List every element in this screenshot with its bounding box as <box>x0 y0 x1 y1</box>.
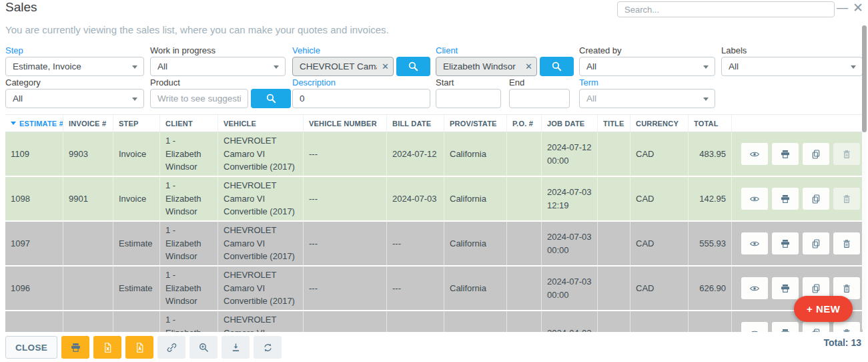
search-icon <box>551 61 562 72</box>
category-filter-select[interactable]: All <box>5 89 144 108</box>
print-button[interactable] <box>772 232 799 254</box>
client-search-button[interactable] <box>540 57 574 76</box>
header-step[interactable]: STEP <box>113 115 160 132</box>
product-filter-input[interactable] <box>150 89 248 108</box>
created-by-filter-select[interactable]: All <box>579 57 715 76</box>
duplicate-button[interactable] <box>803 143 829 165</box>
term-filter-select[interactable]: All <box>579 89 715 108</box>
header-prov-state[interactable]: PROV/STATE <box>444 115 507 132</box>
cell-title <box>598 266 630 310</box>
cell-estimate: 1096 <box>5 266 63 310</box>
end-date-input[interactable] <box>509 89 570 108</box>
delete-button[interactable] <box>833 322 860 332</box>
header-title[interactable]: TITLE <box>598 115 630 132</box>
delete-button[interactable] <box>833 143 860 165</box>
step-filter-select[interactable]: Estimate, Invoice <box>5 57 144 76</box>
cell-title <box>598 132 630 176</box>
excel-export-button[interactable] <box>93 336 121 359</box>
description-filter-input[interactable] <box>292 89 430 108</box>
start-date-input[interactable] <box>436 89 501 108</box>
header-job-date[interactable]: JOB DATE <box>542 115 598 132</box>
delete-button[interactable] <box>833 232 860 254</box>
row-actions <box>732 132 863 176</box>
labels-filter-label: Labels <box>721 45 747 55</box>
pdf-export-button[interactable] <box>125 336 153 359</box>
product-search-button[interactable] <box>251 89 291 108</box>
header-invoice[interactable]: INVOICE # <box>63 115 113 132</box>
caret-down-icon <box>274 65 279 69</box>
close-button[interactable]: CLOSE <box>5 336 57 359</box>
vehicle-search-button[interactable] <box>396 57 430 76</box>
table-row[interactable]: 1109 9903 Invoice 1 - Elizabeth Windsor … <box>5 132 863 177</box>
wip-filter-label: Work in progress <box>150 45 215 55</box>
cell-step: Invoice <box>113 132 160 176</box>
cell-client: 1 - Elizabeth Windsor <box>160 266 218 310</box>
cell-job-date: 2024-07-03 00:00 <box>542 266 598 310</box>
header-total[interactable]: TOTAL <box>689 115 732 132</box>
vehicle-clear-icon[interactable]: ✕ <box>382 61 389 71</box>
cell-currency: CAD <box>630 177 689 220</box>
header-vehicle[interactable]: VEHICLE <box>218 115 304 132</box>
print-button[interactable] <box>772 277 799 299</box>
printer-icon <box>780 194 791 204</box>
printer-icon <box>70 342 81 353</box>
delete-button[interactable] <box>833 188 860 210</box>
footer-bar: CLOSE Total: 13 <box>0 332 868 362</box>
view-button[interactable] <box>741 188 768 210</box>
step-filter-value: Estimate, Invoice <box>13 61 81 71</box>
print-list-button[interactable] <box>61 336 89 359</box>
view-button[interactable] <box>741 232 768 254</box>
cell-job-date: 2024-07-03 12:19 <box>542 177 598 220</box>
scrollbar-thumb[interactable] <box>862 25 867 132</box>
excel-file-icon <box>102 342 113 353</box>
duplicate-button[interactable] <box>803 322 829 332</box>
created-by-filter-value: All <box>586 61 596 71</box>
print-button[interactable] <box>772 143 799 165</box>
table-row[interactable]: 1096 Estimate 1 - Elizabeth Windsor CHEV… <box>5 266 863 311</box>
header-bill-date[interactable]: BILL DATE <box>387 115 444 132</box>
zoom-button[interactable] <box>189 336 218 359</box>
vehicle-filter-input[interactable] <box>292 57 394 76</box>
header-client[interactable]: CLIENT <box>160 115 218 132</box>
labels-filter-select[interactable]: All <box>721 57 863 76</box>
caret-down-icon <box>132 98 137 101</box>
table-row[interactable]: 1097 Estimate 1 - Elizabeth Windsor CHEV… <box>5 222 863 266</box>
cell-prov-state: California <box>444 266 507 310</box>
client-clear-icon[interactable]: ✕ <box>525 61 532 71</box>
header-currency[interactable]: CURRENCY <box>630 115 689 132</box>
minimize-icon[interactable]: — <box>837 1 848 15</box>
eye-icon <box>749 149 760 160</box>
link-button[interactable] <box>157 336 185 359</box>
scrollbar-track[interactable] <box>862 25 867 329</box>
header-po[interactable]: P.O. # <box>507 115 542 132</box>
cell-vehicle: CHEVROLET Camaro VI Convertible (2017) <box>218 266 304 310</box>
cell-step: Estimate <box>113 266 160 310</box>
duplicate-button[interactable] <box>803 188 829 210</box>
table-row[interactable]: 1 - Elizabeth Windsor CHEVROLET Camaro V… <box>5 311 863 332</box>
header-vehicle-number[interactable]: VEHICLE NUMBER <box>304 115 387 132</box>
table-row[interactable]: 1098 9901 Invoice 1 - Elizabeth Windsor … <box>5 177 863 222</box>
search-input[interactable] <box>617 1 835 17</box>
refresh-button[interactable] <box>254 336 282 359</box>
new-button[interactable]: + NEW <box>794 296 853 322</box>
client-filter-input[interactable] <box>436 57 537 76</box>
wip-filter-select[interactable]: All <box>150 57 286 76</box>
view-button[interactable] <box>741 143 768 165</box>
term-filter-label: Term <box>579 77 598 87</box>
total-count: Total: 13 <box>823 337 861 348</box>
header-estimate[interactable]: ESTIMATE # <box>5 115 63 132</box>
close-icon[interactable]: ✕ <box>853 0 863 15</box>
print-button[interactable] <box>772 322 799 332</box>
pdf-file-icon <box>134 342 145 353</box>
duplicate-button[interactable] <box>803 232 829 254</box>
print-button[interactable] <box>772 188 799 210</box>
cell-estimate: 1097 <box>5 222 63 265</box>
cell-bill-date: --- <box>387 266 444 310</box>
page-subtitle: You are currently viewing the sales list… <box>5 24 389 35</box>
cell-invoice <box>63 222 113 265</box>
trash-icon <box>841 194 852 204</box>
download-button[interactable] <box>222 336 250 359</box>
view-button[interactable] <box>741 277 768 299</box>
cell-bill-date: 2024-07-12 <box>387 132 444 176</box>
view-button[interactable] <box>741 322 768 332</box>
